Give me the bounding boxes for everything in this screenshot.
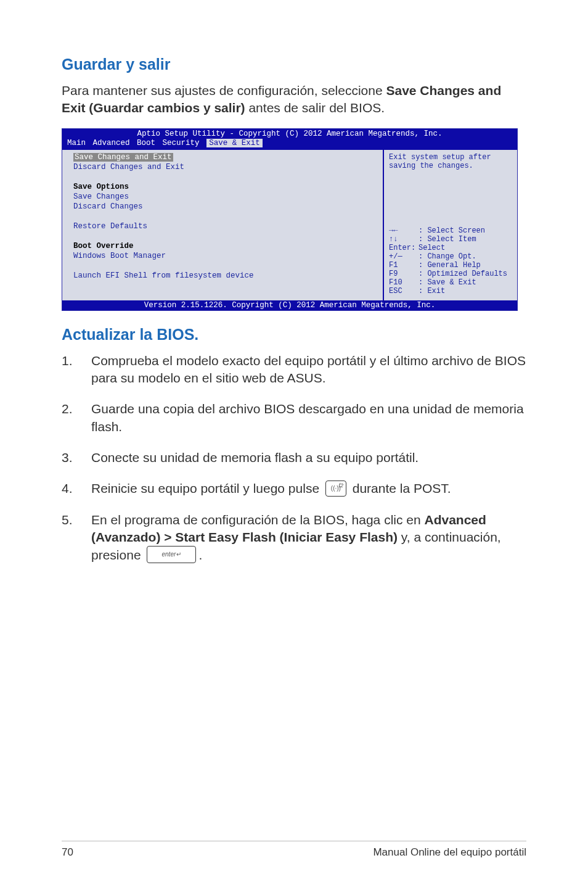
list-item: 4. Reinicie su equipo portátil y luego p… [62,480,526,497]
heading-update-bios: Actualizar la BIOS. [62,326,526,344]
bios-right-pane: Exit system setup after saving the chang… [383,150,517,300]
bios-heading-boot-override: Boot Override [73,241,377,251]
bios-tab-main[interactable]: Main [67,139,86,147]
bios-left-pane: Save Changes and Exit Discard Changes an… [62,150,383,300]
para-save-exit: Para mantener sus ajustes de configuraci… [62,82,526,117]
bios-tab-security[interactable]: Security [163,139,200,147]
key-desc: : Exit [419,287,445,295]
list-item: 3. Conecte su unidad de memoria flash a … [62,449,526,466]
page-number: 70 [62,846,73,859]
list-number: 5. [62,511,91,564]
key-arrows-ud: ↑↓ [389,235,419,244]
bios-tabs: Main Advanced Boot Security Save & Exit [62,139,517,149]
list-text: Comprueba el modelo exacto del equipo po… [91,352,526,387]
list-text-post: durante la POST. [353,481,451,495]
page-footer: 70 Manual Online del equipo portátil [62,841,526,859]
heading-save-exit: Guardar y salir [62,56,526,73]
keycap-enter: enter [147,546,196,563]
key-esc: ESC [389,287,419,295]
bios-heading-save-options: Save Options [73,182,377,192]
bios-item-restore-defaults[interactable]: Restore Defaults [73,221,377,231]
para-text-post: antes de salir del BIOS. [245,101,385,115]
bios-help-text: Exit system setup after saving the chang… [389,152,512,226]
key-desc: : Select Screen [419,226,485,235]
list-text: Guarde una copia del archivo BIOS descar… [91,400,526,435]
key-arrows-lr: →← [389,226,419,235]
list-number: 3. [62,449,91,466]
key-f9: F9 [389,270,419,278]
bios-help-line2: saving the changes. [389,162,512,170]
enter-label: enter [161,550,181,559]
key-desc: Select [419,244,445,252]
list-text-post: . [198,548,202,562]
list-text: Reinicie su equipo portátil y luego puls… [91,480,526,497]
key-f10: F10 [389,278,419,287]
list-number: 2. [62,400,91,435]
para-text: Para mantener sus ajustes de configuraci… [62,83,386,97]
list-number: 4. [62,480,91,497]
list-text-pre: Reinicie su equipo portátil y luego puls… [91,481,323,495]
list-item: 1. Comprueba el modelo exacto del equipo… [62,352,526,387]
key-desc: : Save & Exit [419,278,476,287]
list-item: 2. Guarde una copia del archivo BIOS des… [62,400,526,435]
list-item: 5. En el programa de configuración de la… [62,511,526,564]
key-desc: : General Help [419,261,481,270]
key-desc: : Change Opt. [419,252,476,261]
key-f1: F1 [389,261,419,270]
list-text: En el programa de configuración de la BI… [91,511,526,564]
list-number: 1. [62,352,91,387]
bios-body: Save Changes and Exit Discard Changes an… [62,149,517,300]
bios-title: Aptio Setup Utility - Copyright (C) 2012… [62,129,517,139]
bios-item-discard-exit[interactable]: Discard Changes and Exit [73,162,377,172]
footer-label: Manual Online del equipo portátil [373,846,526,859]
bios-header: Aptio Setup Utility - Copyright (C) 2012… [62,129,517,149]
bios-tab-boot[interactable]: Boot [137,139,155,147]
keycap-f2: ((·)) f2 [325,481,346,497]
bios-footer: Version 2.15.1226. Copyright (C) 2012 Am… [62,300,517,310]
key-desc: : Optimized Defaults [419,270,507,278]
key-desc: : Select Item [419,235,476,244]
bios-tab-advanced[interactable]: Advanced [93,139,130,147]
ordered-list: 1. Comprueba el modelo exacto del equipo… [62,352,526,564]
bios-help-line1: Exit system setup after [389,153,512,162]
key-plusminus: +/— [389,252,419,261]
bios-item-discard-changes[interactable]: Discard Changes [73,202,377,212]
list-text-pre: En el programa de configuración de la BI… [91,513,424,527]
bios-item-save-changes[interactable]: Save Changes [73,192,377,202]
bios-item-windows-boot-manager[interactable]: Windows Boot Manager [73,251,377,261]
bios-key-legend: →←: Select Screen ↑↓: Select Item Enter:… [389,226,512,295]
key-enter: Enter: [389,244,419,252]
bios-tab-save-exit[interactable]: Save & Exit [206,139,263,147]
list-text: Conecte su unidad de memoria flash a su … [91,449,526,466]
bios-item-launch-efi-shell[interactable]: Launch EFI Shell from filesystem device [73,271,377,281]
bios-item-save-changes-exit[interactable]: Save Changes and Exit [73,153,173,162]
bios-screenshot: Aptio Setup Utility - Copyright (C) 2012… [62,128,518,311]
f2-label: f2 [338,482,343,489]
